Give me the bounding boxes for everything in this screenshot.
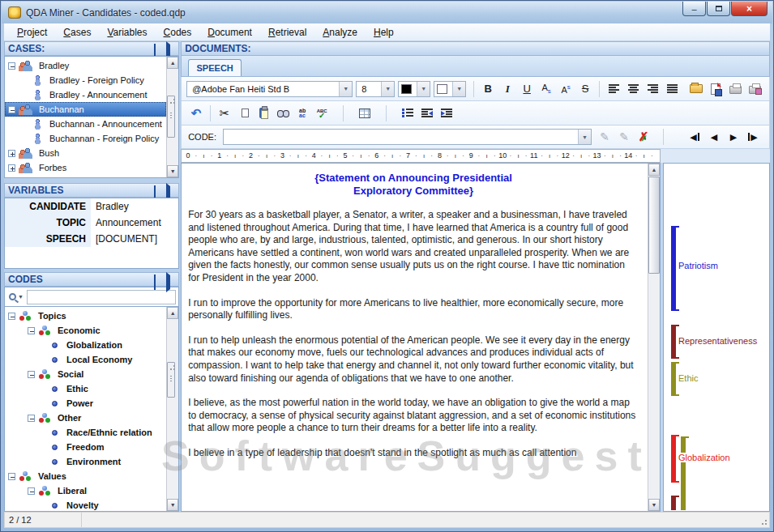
collapse-icon[interactable] — [28, 371, 35, 378]
code-bracket-patriotism[interactable] — [671, 226, 676, 311]
scroll-down-icon[interactable]: ▼ — [648, 499, 660, 511]
code-row[interactable]: Globalization — [5, 338, 166, 352]
code-highlighter-button[interactable]: ✎ — [596, 128, 614, 146]
first-document-button[interactable]: ◀ — [685, 128, 704, 146]
code-bracket-ethic-2[interactable] — [681, 436, 686, 510]
code-painter-button[interactable]: ✎ — [615, 128, 633, 146]
highlight-color-combo[interactable]: ▼ — [434, 81, 466, 97]
menu-cases[interactable]: Cases — [55, 24, 99, 40]
undo-button[interactable]: ↶ — [187, 104, 205, 122]
case-item-row[interactable]: Buchannan - Announcement — [5, 117, 166, 131]
justify-button[interactable] — [663, 80, 681, 98]
insert-table-button[interactable] — [356, 104, 374, 122]
subscript-button[interactable]: As — [537, 80, 555, 98]
document-editor[interactable]: {Statement on Announcing Presidential Ex… — [181, 163, 661, 512]
previous-document-button[interactable]: ◀ — [704, 128, 724, 146]
dropdown-arrow-icon[interactable]: ▼ — [578, 130, 591, 144]
align-center-button[interactable] — [624, 80, 642, 98]
scroll-down-icon[interactable]: ▼ — [167, 499, 178, 511]
minimize-button[interactable]: – — [682, 2, 706, 16]
code-margin-label[interactable]: Patriotism — [678, 261, 719, 270]
case-group-row[interactable]: Bradley — [5, 58, 166, 73]
code-row[interactable]: Ethic — [5, 381, 166, 396]
scroll-up-icon[interactable]: ▲ — [167, 57, 178, 69]
dropdown-arrow-icon[interactable]: ▼ — [381, 82, 394, 96]
strikethrough-button[interactable]: S — [576, 80, 594, 98]
bullet-list-button[interactable] — [399, 104, 417, 122]
menu-variables[interactable]: Variables — [99, 24, 155, 40]
cases-scrollbar[interactable]: ▲ ▼ — [166, 57, 178, 177]
case-group-row[interactable]: Bush — [5, 146, 166, 160]
menu-project[interactable]: Project — [9, 24, 55, 40]
code-bracket-ethic[interactable] — [671, 362, 676, 396]
code-margin-label[interactable]: Globalization — [678, 453, 731, 462]
variable-row[interactable]: SPEECH[DOCUMENT] — [5, 231, 178, 247]
open-file-button[interactable] — [687, 80, 705, 98]
case-group-row-selected[interactable]: Buchannan — [5, 102, 166, 117]
menu-retrieval[interactable]: Retrieval — [260, 24, 314, 40]
code-row[interactable]: Novelty — [5, 498, 166, 512]
superscript-button[interactable]: As — [557, 80, 575, 98]
code-margin-label[interactable]: Representativeness — [678, 336, 758, 346]
search-options-caret-icon[interactable]: ▼ — [18, 294, 24, 300]
cut-button[interactable]: ✂ — [216, 104, 233, 122]
variable-row[interactable]: CANDIDATEBradley — [5, 198, 178, 215]
align-right-button[interactable] — [644, 80, 661, 98]
next-document-button[interactable]: ▶ — [724, 128, 743, 146]
collapse-icon[interactable] — [8, 62, 15, 70]
print-setup-button[interactable] — [746, 80, 763, 98]
codes-search-input[interactable] — [27, 290, 176, 304]
resize-grip[interactable] — [759, 517, 768, 526]
code-row[interactable]: Race/Ethnic relation — [5, 425, 166, 440]
collapse-icon[interactable] — [28, 415, 35, 422]
code-group-row[interactable]: Social — [5, 367, 166, 381]
code-bracket-globalization[interactable] — [671, 435, 676, 483]
code-group-row[interactable]: Liberal — [5, 483, 166, 498]
cases-maximize-panel-icon[interactable] — [154, 45, 163, 53]
case-item-row[interactable]: Buchannan - Foreign Policy — [5, 131, 166, 146]
code-row[interactable]: Power — [5, 396, 166, 411]
codes-maximize-panel-icon[interactable] — [154, 275, 163, 283]
code-group-row[interactable]: Topics — [5, 309, 166, 323]
case-group-row[interactable]: Forbes — [5, 160, 166, 175]
codes-panel-menu-icon[interactable] — [166, 275, 175, 283]
spellcheck-button[interactable]: ABC✓ — [313, 104, 331, 122]
scroll-up-icon[interactable]: ▲ — [167, 307, 178, 319]
menu-analyze[interactable]: Analyze — [314, 24, 366, 40]
replace-button[interactable]: abac — [293, 104, 311, 122]
expand-icon[interactable] — [8, 150, 15, 157]
align-left-button[interactable] — [605, 80, 622, 98]
code-bracket-partial[interactable] — [671, 496, 676, 510]
font-size-combo[interactable]: 8 ▼ — [356, 81, 395, 97]
font-name-combo[interactable]: @Adobe Fan Heiti Std B ▼ — [186, 81, 353, 97]
expand-icon[interactable] — [8, 164, 15, 172]
print-button[interactable] — [726, 80, 744, 98]
code-row[interactable]: Local Economy — [5, 352, 166, 367]
menu-codes[interactable]: Codes — [156, 24, 200, 40]
collapse-icon[interactable] — [28, 327, 35, 334]
find-button[interactable] — [274, 104, 292, 122]
remove-code-button[interactable]: ✗✗ — [635, 128, 652, 146]
last-document-button[interactable]: ▶ — [743, 128, 763, 146]
decrease-indent-button[interactable] — [418, 104, 436, 122]
code-margin-label[interactable]: Ethic — [678, 373, 699, 383]
case-item-row[interactable]: Bradley - Announcement — [5, 87, 166, 102]
scroll-up-icon[interactable]: ▲ — [648, 164, 660, 176]
case-item-row[interactable]: Bradley - Foreign Policy — [5, 73, 166, 87]
document-scrollbar[interactable]: ▲ ▼ — [648, 164, 660, 511]
collapse-icon[interactable] — [8, 313, 15, 320]
scroll-thumb[interactable] — [167, 362, 175, 398]
font-color-combo[interactable]: ▼ — [398, 81, 430, 97]
collapse-icon[interactable] — [8, 473, 15, 480]
code-combo[interactable]: ▼ — [223, 129, 592, 145]
collapse-icon[interactable] — [28, 487, 35, 495]
code-row[interactable]: Freedom — [5, 440, 166, 454]
code-group-row[interactable]: Economic — [5, 323, 166, 338]
codes-scrollbar[interactable]: ▲ ▼ — [166, 307, 178, 511]
code-group-row[interactable]: Other — [5, 411, 166, 425]
variables-panel-menu-icon[interactable] — [166, 186, 175, 194]
cases-panel-menu-icon[interactable] — [166, 45, 175, 53]
code-bracket-representativeness[interactable] — [671, 325, 676, 359]
menu-help[interactable]: Help — [366, 24, 402, 40]
dropdown-arrow-icon[interactable]: ▼ — [452, 82, 465, 96]
